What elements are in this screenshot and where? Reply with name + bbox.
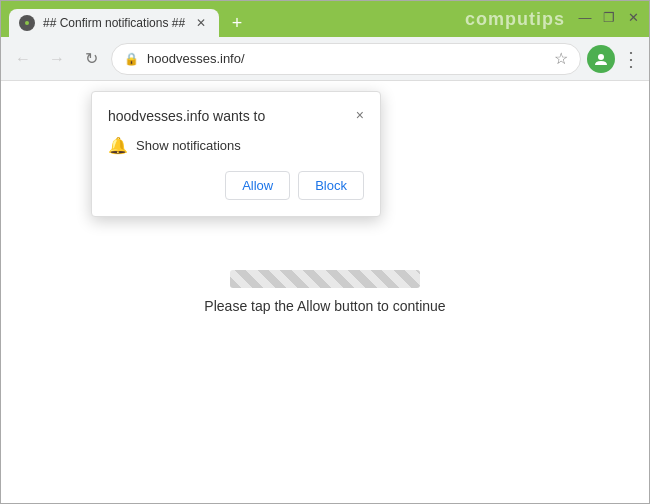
new-tab-button[interactable]: +	[223, 9, 251, 37]
tab-title: ## Confirm notifications ##	[43, 16, 185, 30]
address-text: hoodvesses.info/	[147, 51, 546, 66]
block-button[interactable]: Block	[298, 171, 364, 200]
back-button[interactable]: ←	[9, 45, 37, 73]
page-message: Please tap the Allow button to continue	[204, 270, 445, 314]
nav-bar: ← → ↻ 🔒 hoodvesses.info/ ☆ ⋮	[1, 37, 649, 81]
tab-close-button[interactable]: ✕	[193, 15, 209, 31]
menu-button[interactable]: ⋮	[621, 47, 641, 71]
popup-buttons: Allow Block	[108, 171, 364, 200]
brand-logo: computips	[465, 9, 565, 30]
popup-close-button[interactable]: ×	[356, 108, 364, 122]
bookmark-icon[interactable]: ☆	[554, 49, 568, 68]
close-button[interactable]: ✕	[625, 9, 641, 25]
bell-icon: 🔔	[108, 136, 128, 155]
title-bar: ## Confirm notifications ## ✕ + computip…	[1, 1, 649, 37]
popup-title: hoodvesses.info wants to	[108, 108, 265, 124]
tab-area: ## Confirm notifications ## ✕ +	[9, 1, 461, 37]
reload-button[interactable]: ↻	[77, 45, 105, 73]
notification-popup: hoodvesses.info wants to × 🔔 Show notifi…	[91, 91, 381, 217]
allow-button[interactable]: Allow	[225, 171, 290, 200]
window-controls: — ❐ ✕	[577, 9, 641, 29]
minimize-button[interactable]: —	[577, 9, 593, 25]
loading-bar	[230, 270, 420, 288]
forward-button[interactable]: →	[43, 45, 71, 73]
address-bar[interactable]: 🔒 hoodvesses.info/ ☆	[111, 43, 581, 75]
popup-header: hoodvesses.info wants to ×	[108, 108, 364, 124]
page-message-text: Please tap the Allow button to continue	[204, 298, 445, 314]
popup-row-text: Show notifications	[136, 138, 241, 153]
svg-point-1	[598, 54, 604, 60]
restore-button[interactable]: ❐	[601, 9, 617, 25]
page-content: hoodvesses.info wants to × 🔔 Show notifi…	[1, 81, 649, 503]
popup-notification-row: 🔔 Show notifications	[108, 136, 364, 155]
profile-button[interactable]	[587, 45, 615, 73]
lock-icon: 🔒	[124, 52, 139, 66]
tab-favicon	[19, 15, 35, 31]
active-tab[interactable]: ## Confirm notifications ## ✕	[9, 9, 219, 37]
browser-window: ## Confirm notifications ## ✕ + computip…	[0, 0, 650, 504]
